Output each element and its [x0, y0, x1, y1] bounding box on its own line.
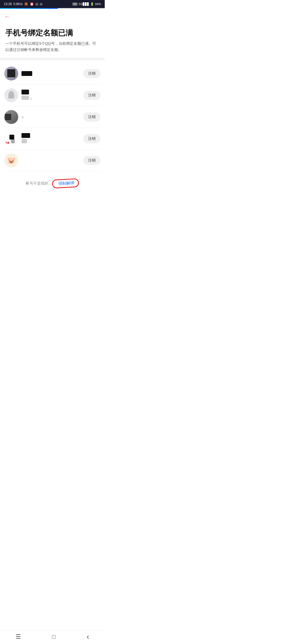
- cancel-button-4[interactable]: 注销: [83, 134, 100, 143]
- page-description: 一个手机号可以绑定5个QQ号，当前绑定名额已满。可以通过注销帐号来释放绑定名额。: [5, 41, 99, 53]
- cancel-button-2[interactable]: 注销: [83, 91, 100, 100]
- cancel-button-3[interactable]: 注销: [83, 112, 100, 122]
- account-info: 9: [21, 115, 80, 119]
- account-name-block: 9: [21, 115, 80, 119]
- status-right: HD 5G▊▊▊ 🔋 94%: [72, 2, 101, 6]
- section-divider: [0, 58, 105, 60]
- account-name-redacted: [21, 133, 30, 138]
- extra-icon: ◎: [40, 2, 42, 6]
- avatar: [4, 88, 18, 102]
- avatar: [4, 110, 18, 124]
- account-info: [21, 133, 80, 144]
- bottom-text-area: 帐号不是我的，强制解绑: [0, 171, 105, 193]
- battery-icon: 🔋: [90, 2, 94, 6]
- notification-icon: 🔕: [24, 2, 28, 6]
- cancel-button-1[interactable]: 注销: [83, 69, 100, 78]
- hd-badge: HD: [72, 2, 78, 6]
- account-num-redacted: [21, 96, 29, 100]
- account-item: 注销: [4, 63, 100, 85]
- account-item: 龙裳 注销: [4, 128, 100, 150]
- network-speed: 0.8K/s: [13, 2, 23, 6]
- status-bar: 13:28 0.8K/s 🔕 ⏰ ◎ ◎ HD 5G▊▊▊ 🔋 94%: [0, 0, 105, 8]
- page-title: 手机号绑定名额已满: [5, 28, 99, 38]
- account-item: 9 注销: [4, 106, 100, 128]
- alarm-icon: ⏰: [30, 2, 34, 6]
- force-unbind-highlight: 强制解绑: [52, 178, 79, 189]
- signal-icon: 5G▊▊▊: [79, 2, 89, 6]
- time: 13:28: [4, 2, 12, 6]
- battery-percent: 94%: [95, 2, 101, 6]
- avatar: [4, 67, 18, 80]
- bottom-prefix: 帐号不是我的，: [26, 181, 52, 185]
- vpn-icon: ◎: [35, 2, 38, 6]
- account-item: 1 注销: [4, 85, 100, 106]
- avatar: 🐷: [4, 153, 18, 167]
- avatar: 龙裳: [4, 132, 18, 146]
- account-name-block: [21, 90, 80, 94]
- account-info: [21, 71, 80, 76]
- account-list: 注销 1 注销 9 注销 龙裳: [0, 63, 105, 171]
- account-info: 1: [21, 90, 80, 101]
- account-suffix: 9: [21, 115, 23, 119]
- account-num-redacted: [21, 139, 27, 143]
- account-name-redacted: [21, 90, 29, 94]
- back-button[interactable]: ←: [4, 13, 12, 21]
- header: ←: [0, 9, 105, 23]
- cancel-button-5[interactable]: 注销: [83, 156, 100, 165]
- account-name-block: [21, 133, 80, 138]
- account-name-block: [21, 71, 80, 76]
- account-suffix: 1: [30, 97, 32, 101]
- page-title-area: 手机号绑定名额已满 一个手机号可以绑定5个QQ号，当前绑定名额已满。可以通过注销…: [0, 23, 105, 55]
- status-left: 13:28 0.8K/s 🔕 ⏰ ◎ ◎: [4, 2, 42, 6]
- account-item: 🐷 注销: [4, 150, 100, 171]
- force-unbind-link[interactable]: 强制解绑: [58, 180, 75, 186]
- account-name-redacted: [21, 71, 32, 76]
